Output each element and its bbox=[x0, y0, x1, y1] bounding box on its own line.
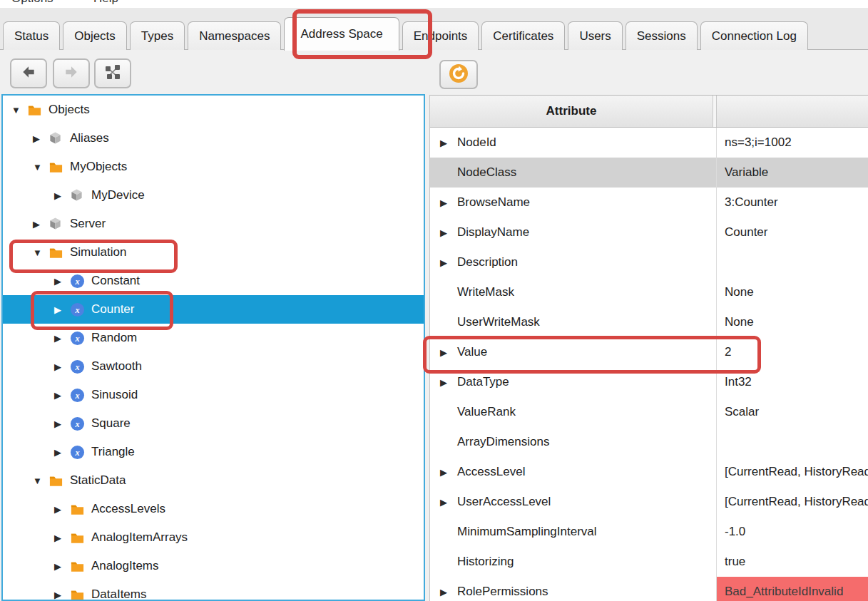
tree-item-analogitemarrays[interactable]: ▶ x AnalogItemArrays bbox=[3, 523, 424, 552]
attribute-expander-icon[interactable]: ▶ bbox=[440, 347, 457, 358]
tree-expander-icon[interactable]: ▶ bbox=[54, 447, 68, 458]
tree-item-counter[interactable]: ▶ x Counter bbox=[3, 295, 424, 324]
tree-item-aliases[interactable]: ▶ x Aliases bbox=[3, 124, 424, 153]
tree-item-server[interactable]: ▶ x Server bbox=[3, 210, 424, 238]
tree-expander-icon[interactable]: ▶ bbox=[54, 190, 68, 201]
tree-expander-icon[interactable]: ▼ bbox=[33, 162, 47, 173]
tree-item-square[interactable]: ▶ x Square bbox=[3, 409, 424, 438]
attribute-row-historizing[interactable]: Historizing true bbox=[430, 547, 868, 577]
attribute-expander-icon[interactable]: ▶ bbox=[440, 197, 457, 208]
tree-expander-icon[interactable]: ▶ bbox=[54, 504, 68, 515]
tree-expander-icon[interactable]: ▶ bbox=[54, 361, 68, 372]
tab-address-space[interactable]: Address Space bbox=[284, 17, 399, 51]
attribute-column-header[interactable]: Attribute bbox=[430, 96, 713, 127]
tree-item-sawtooth[interactable]: ▶ x Sawtooth bbox=[3, 352, 424, 381]
tree-expander-icon[interactable]: ▶ bbox=[54, 390, 68, 401]
tree-expander-icon[interactable]: ▶ bbox=[54, 561, 68, 572]
tab-users[interactable]: Users bbox=[568, 21, 622, 50]
tree-expander-icon[interactable]: ▶ bbox=[54, 418, 68, 429]
tree-item-myobjects[interactable]: ▼ x MyObjects bbox=[3, 153, 424, 181]
tree-item-constant[interactable]: ▶ x Constant bbox=[3, 267, 424, 295]
tree-item-label: Sawtooth bbox=[91, 359, 142, 374]
tree-item-mydevice[interactable]: ▶ x MyDevice bbox=[3, 181, 424, 210]
attribute-row-writemask[interactable]: WriteMask None bbox=[430, 277, 868, 307]
arrow-left-icon bbox=[21, 64, 36, 83]
back-button[interactable] bbox=[10, 58, 47, 88]
menu-bar: Options Help bbox=[0, 0, 868, 8]
attribute-expander-icon[interactable]: ▶ bbox=[440, 138, 457, 148]
folder-icon bbox=[27, 103, 42, 118]
tab-certificates[interactable]: Certificates bbox=[481, 21, 565, 50]
tree-expander-icon[interactable]: ▶ bbox=[54, 333, 68, 344]
attribute-row-rolepermissions[interactable]: ▶ RolePermissions Bad_AttributeIdInvalid bbox=[430, 577, 868, 601]
attribute-expander-icon[interactable]: ▶ bbox=[440, 227, 457, 238]
attribute-row-displayname[interactable]: ▶ DisplayName Counter bbox=[430, 217, 868, 247]
tab-types[interactable]: Types bbox=[130, 21, 185, 50]
attribute-expander-icon[interactable]: ▶ bbox=[440, 377, 457, 388]
attribute-expander-icon[interactable]: ▶ bbox=[440, 467, 457, 478]
address-space-tree: ▼ x Objects ▶ bbox=[1, 94, 425, 601]
tree-expander-icon[interactable]: ▶ bbox=[54, 276, 68, 287]
variable-icon: x bbox=[70, 302, 85, 317]
attribute-name: UserWriteMask bbox=[457, 315, 540, 329]
tree-item-label: DataItems bbox=[91, 587, 146, 601]
attribute-row-valuerank[interactable]: ValueRank Scalar bbox=[430, 397, 868, 427]
attribute-row-description[interactable]: ▶ Description bbox=[430, 247, 868, 277]
tab-objects[interactable]: Objects bbox=[63, 21, 127, 50]
attribute-row-useraccesslevel[interactable]: ▶ UserAccessLevel [CurrentRead, HistoryR… bbox=[430, 487, 868, 517]
folder-icon bbox=[48, 473, 63, 488]
folder-icon bbox=[70, 587, 85, 601]
tree-expander-icon[interactable]: ▶ bbox=[54, 590, 68, 600]
attribute-row-nodeid[interactable]: ▶ NodeId ns=3;i=1002 bbox=[430, 128, 868, 158]
attribute-row-userwritemask[interactable]: UserWriteMask None bbox=[430, 307, 868, 337]
tab-status[interactable]: Status bbox=[3, 21, 60, 50]
attribute-expander-icon[interactable]: ▶ bbox=[440, 497, 457, 508]
attribute-row-minimumsamplinginterval[interactable]: MinimumSamplingInterval -1.0 bbox=[430, 517, 868, 547]
tree-item-simulation[interactable]: ▼ x Simulation bbox=[3, 238, 424, 267]
tab-endpoints[interactable]: Endpoints bbox=[402, 21, 479, 50]
tree-expander-icon[interactable]: ▼ bbox=[33, 476, 47, 486]
tree-expander-icon[interactable]: ▶ bbox=[54, 533, 68, 543]
attribute-name: WriteMask bbox=[457, 285, 514, 299]
tree-item-random[interactable]: ▶ x Random bbox=[3, 324, 424, 352]
tab-connection-log[interactable]: Connection Log bbox=[700, 21, 808, 50]
attribute-row-value[interactable]: ▶ Value 2 bbox=[430, 337, 868, 367]
tree-item-label: MyDevice bbox=[91, 188, 145, 202]
attribute-row-browsename[interactable]: ▶ BrowseName 3:Counter bbox=[430, 188, 868, 217]
node-graph-icon bbox=[104, 63, 121, 83]
attribute-row-accesslevel[interactable]: ▶ AccessLevel [CurrentRead, HistoryRead] bbox=[430, 457, 868, 487]
attribute-name: Value bbox=[457, 345, 487, 359]
attribute-value bbox=[717, 427, 868, 457]
attribute-row-datatype[interactable]: ▶ DataType Int32 bbox=[430, 367, 868, 397]
attribute-value: Counter bbox=[717, 217, 868, 247]
tree-item-accesslevels[interactable]: ▶ x AccessLevels bbox=[3, 495, 424, 523]
tree-item-analogitems[interactable]: ▶ x AnalogItems bbox=[3, 552, 424, 580]
tree-item-dataitems[interactable]: ▶ x DataItems bbox=[3, 580, 424, 601]
tree-item-staticdata[interactable]: ▼ x StaticData bbox=[3, 466, 424, 495]
attribute-expander-icon[interactable]: ▶ bbox=[440, 587, 457, 597]
attribute-row-nodeclass[interactable]: NodeClass Variable bbox=[430, 158, 868, 188]
attribute-name: AccessLevel bbox=[457, 465, 525, 479]
tree-expander-icon[interactable]: ▼ bbox=[33, 247, 47, 258]
svg-text:x: x bbox=[74, 333, 79, 343]
tree-expander-icon[interactable]: ▼ bbox=[11, 105, 26, 115]
graph-view-button[interactable] bbox=[94, 58, 131, 88]
attribute-expander-icon[interactable]: ▶ bbox=[440, 257, 457, 268]
refresh-button[interactable] bbox=[439, 60, 478, 89]
tree-expander-icon[interactable]: ▶ bbox=[54, 304, 68, 315]
forward-button[interactable] bbox=[53, 58, 90, 88]
menu-options[interactable]: Options bbox=[11, 0, 53, 6]
tab-sessions[interactable]: Sessions bbox=[626, 21, 698, 50]
tree-expander-icon[interactable]: ▶ bbox=[33, 219, 47, 230]
tree-item-objects[interactable]: ▼ x Objects bbox=[3, 96, 424, 124]
tab-namespaces[interactable]: Namespaces bbox=[188, 21, 281, 50]
tree-expander-icon[interactable]: ▶ bbox=[33, 133, 47, 144]
tree-item-sinusoid[interactable]: ▶ x Sinusoid bbox=[3, 381, 424, 409]
tree-item-triangle[interactable]: ▶ x Triangle bbox=[3, 438, 424, 466]
attribute-value: Int32 bbox=[717, 367, 868, 397]
menu-help[interactable]: Help bbox=[93, 0, 118, 6]
attribute-name: NodeId bbox=[457, 135, 496, 150]
folder-icon bbox=[70, 502, 85, 517]
attribute-row-arraydimensions[interactable]: ArrayDimensions bbox=[430, 427, 868, 457]
value-column-header[interactable] bbox=[717, 96, 868, 127]
